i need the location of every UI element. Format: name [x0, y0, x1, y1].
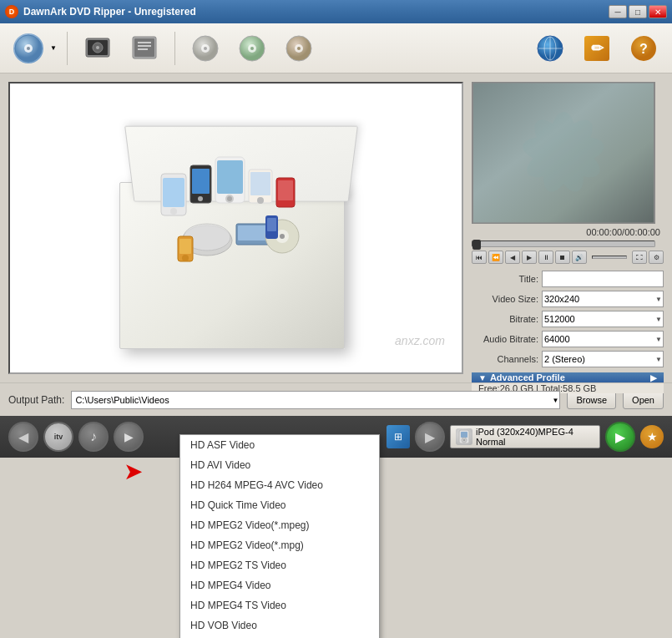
toolbar-sep-1: [67, 32, 68, 65]
title-input[interactable]: [542, 271, 664, 287]
dropdown-item-hd-mpeg2-mpg[interactable]: HD MPEG2 Video(*.mpg): [180, 535, 379, 555]
advanced-profile-label: Advanced Profile: [490, 372, 565, 382]
dvd-source-button[interactable]: [8, 30, 48, 67]
close-button[interactable]: ✕: [649, 5, 667, 18]
audio-bitrate-label: Audio Bitrate:: [472, 334, 538, 344]
dropdown-item-hd-mpeg2-mpeg[interactable]: HD MPEG2 Video(*.mpeg): [180, 515, 379, 535]
load-disc-button[interactable]: [78, 30, 118, 67]
svg-point-34: [198, 196, 203, 201]
right-panel: 00:00:00/00:00:00 ⏮ ⏪ ◀ ▶ ⏸ ⏹ 🔊 ⛶ ⚙ Titl…: [472, 73, 672, 382]
disc3-button[interactable]: [279, 30, 319, 67]
fullscreen-button[interactable]: ⛶: [632, 251, 647, 264]
svg-rect-10: [138, 45, 151, 47]
progress-track[interactable]: [472, 241, 655, 247]
channels-wrapper: 2 (Stereo) 1 (Mono) 5.1 Surround ▼: [542, 351, 664, 367]
disc2-button[interactable]: [232, 30, 272, 67]
gadgets-pile: [144, 107, 328, 299]
svg-rect-67: [461, 432, 467, 438]
main-area: anxz.com: [0, 73, 672, 382]
dvd-box-art: [94, 99, 378, 357]
music-button[interactable]: ♪: [78, 422, 109, 452]
svg-rect-40: [250, 172, 270, 195]
path-input-wrapper: ▼: [71, 391, 560, 409]
output-path-label: Output Path:: [8, 394, 64, 406]
prev-button[interactable]: ⏪: [488, 251, 503, 264]
video-size-label: Video Size:: [472, 294, 538, 304]
bitrate-wrapper: 512000 256000 1024000 ▼: [542, 311, 664, 327]
restore-button[interactable]: □: [629, 5, 647, 18]
svg-point-41: [257, 197, 264, 204]
video-size-row: Video Size: 320x240 640x480 720x480 1280…: [472, 291, 664, 307]
window-controls: ─ □ ✕: [609, 5, 667, 18]
svg-point-53: [182, 255, 189, 261]
disc1-button[interactable]: [185, 30, 225, 67]
volume-button[interactable]: 🔊: [572, 251, 587, 264]
dropdown-item-hd-qt[interactable]: HD Quick Time Video: [180, 495, 379, 515]
volume-slider[interactable]: [592, 256, 627, 259]
bitrate-row: Bitrate: 512000 256000 1024000 ▼: [472, 311, 664, 327]
star-button[interactable]: ★: [640, 425, 664, 448]
title-row: Title:: [472, 271, 664, 287]
svg-rect-52: [179, 239, 191, 254]
advanced-profile-bar[interactable]: ▼ Advanced Profile ▶: [472, 372, 664, 382]
settings-button[interactable]: ⚙: [649, 251, 664, 264]
windows-button[interactable]: ⊞: [387, 425, 410, 448]
audio-bitrate-row: Audio Bitrate: 64000 32000 128000 ▼: [472, 331, 664, 347]
progress-handle[interactable]: [472, 240, 481, 250]
svg-point-17: [250, 47, 254, 50]
dropdown-item-hd-vob[interactable]: HD VOB Video: [180, 615, 379, 635]
convert-button[interactable]: ▶: [605, 422, 635, 452]
web-button[interactable]: [530, 30, 570, 67]
edit-button[interactable]: ✏: [577, 30, 617, 67]
svg-point-38: [227, 196, 232, 201]
video-type-button[interactable]: ▶: [114, 422, 144, 452]
arrow-indicator: ➤: [124, 458, 143, 485]
svg-rect-55: [267, 218, 276, 231]
dropdown-item-hd-mpeg4[interactable]: HD MPEG4 Video: [180, 575, 379, 595]
dropdown-item-hd-mpeg2-ts[interactable]: HD MPEG2 TS Video: [180, 555, 379, 575]
forward-nav-button[interactable]: ▶: [415, 422, 445, 452]
dvd-dropdown-arrow[interactable]: ▼: [50, 44, 57, 52]
stop-button[interactable]: ⏹: [555, 251, 570, 264]
itv-label: itv: [54, 433, 63, 441]
back-button[interactable]: ◀: [505, 251, 520, 264]
watermark-text: anxz.com: [395, 334, 445, 347]
bitrate-select[interactable]: 512000 256000 1024000: [542, 311, 664, 327]
channels-label: Channels:: [472, 354, 538, 364]
app-icon: D: [5, 5, 18, 18]
svg-text:?: ?: [639, 42, 648, 56]
svg-point-50: [280, 234, 285, 239]
channels-select[interactable]: 2 (Stereo) 1 (Mono) 5.1 Surround: [542, 351, 664, 367]
back-nav-button[interactable]: ◀: [8, 422, 38, 452]
load-file-button[interactable]: [124, 30, 164, 67]
bitrate-label: Bitrate:: [472, 314, 538, 324]
dropdown-item-hd-avi[interactable]: HD AVI Video: [180, 455, 379, 475]
dropdown-item-hd-asf[interactable]: HD ASF Video: [180, 435, 379, 455]
svg-rect-43: [278, 180, 293, 200]
audio-bitrate-select[interactable]: 64000 32000 128000: [542, 331, 664, 347]
minimize-button[interactable]: ─: [609, 5, 627, 18]
video-preview: [472, 82, 655, 224]
load-file-icon: [129, 33, 159, 63]
svg-rect-30: [163, 178, 184, 207]
audio-bitrate-wrapper: 64000 32000 128000 ▼: [542, 331, 664, 347]
svg-rect-47: [238, 225, 268, 241]
svg-point-14: [204, 47, 207, 50]
prev-frame-button[interactable]: ⏮: [472, 251, 487, 264]
progress-area: [472, 241, 664, 247]
adv-expand-icon: ▶: [650, 373, 657, 382]
dropdown-item-hd-mpeg4-ts[interactable]: HD MPEG4 TS Video: [180, 595, 379, 615]
play-button[interactable]: ▶: [522, 251, 537, 264]
format-dropdown[interactable]: iPod (320x240)MPEG-4 Normal: [450, 425, 600, 448]
title-bar: D DawnArk DVD Ripper - Unregistered ─ □ …: [0, 0, 672, 23]
svg-text:✏: ✏: [591, 40, 604, 57]
help-button[interactable]: ?: [624, 30, 664, 67]
pause-button[interactable]: ⏸: [538, 251, 553, 264]
dropdown-item-hd-h264[interactable]: HD H264 MPEG-4 AVC Video: [180, 475, 379, 495]
format-dropdown-menu: HD ASF Video HD AVI Video HD H264 MPEG-4…: [179, 434, 380, 638]
video-size-select[interactable]: 320x240 640x480 720x480 1280x720: [542, 291, 664, 307]
toolbar-sep-2: [174, 32, 175, 65]
itv-button[interactable]: itv: [43, 422, 73, 452]
path-input[interactable]: [71, 391, 560, 409]
left-panel: anxz.com: [0, 73, 472, 382]
